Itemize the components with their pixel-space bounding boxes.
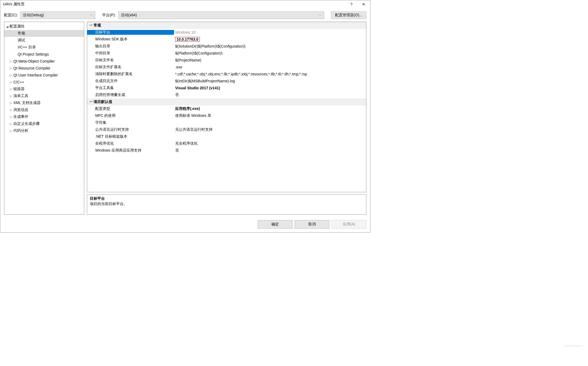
- expand-icon[interactable]: ▷: [9, 122, 13, 126]
- expand-icon[interactable]: ▷: [9, 129, 13, 133]
- tree-item[interactable]: ▷代码分析: [4, 127, 84, 134]
- expand-icon[interactable]: ▷: [9, 87, 13, 91]
- grid-row-value[interactable]: .exe: [174, 65, 366, 69]
- expand-icon[interactable]: ▷: [9, 60, 13, 63]
- grid-row[interactable]: 目标平台Windows 10: [87, 29, 366, 36]
- tree-item[interactable]: ▷自定义生成步骤: [4, 120, 84, 127]
- platform-combo[interactable]: 活动(x64) ﹀: [118, 11, 324, 19]
- expand-icon[interactable]: ▷: [9, 67, 13, 70]
- tree-item[interactable]: 调试: [4, 37, 84, 44]
- config-manager-button[interactable]: 配置管理器(O)...: [331, 11, 366, 19]
- grid-row-value[interactable]: $(Platform)\$(Configuration)\: [174, 51, 366, 55]
- grid-row[interactable]: 启用托管增量生成否: [87, 91, 366, 98]
- grid-row[interactable]: 目标文件扩展名.exe: [87, 64, 366, 71]
- help-button[interactable]: ?: [345, 1, 358, 8]
- grid-row[interactable]: MFC 的使用使用标准 Windows 库: [87, 112, 366, 119]
- tree-item[interactable]: 常规: [4, 30, 84, 37]
- expand-icon[interactable]: ▷: [9, 108, 13, 112]
- apply-button[interactable]: 应用(A): [332, 220, 366, 229]
- tree-item-label: C/C++: [13, 80, 24, 84]
- tree-root[interactable]: ◢ 配置属性: [4, 23, 84, 30]
- grid-row-value[interactable]: Windows 10: [174, 30, 366, 34]
- description-heading: 目标平台: [90, 196, 363, 201]
- grid-row-name: 字符集: [87, 120, 174, 125]
- grid-row-value[interactable]: 无全程序优化: [174, 141, 366, 146]
- body: ◢ 配置属性 常规调试VC++ 目录Qt Project Settings▷Qt…: [0, 22, 370, 217]
- grid-row-name: MFC 的使用: [87, 113, 174, 118]
- cancel-button[interactable]: 取消: [295, 220, 329, 229]
- tree-item[interactable]: ▷C/C++: [4, 79, 84, 86]
- grid-row-name: Windows SDK 版本: [87, 37, 174, 42]
- description-text: 项目的当前目标平台。: [90, 202, 363, 206]
- tree-item-label: Qt Meta-Object Compiler: [13, 59, 55, 63]
- grid-section-header[interactable]: ﹀项目默认值: [87, 98, 366, 105]
- tree-item-label: 代码分析: [13, 128, 28, 133]
- tree-item[interactable]: ▷Qt User Interface Compiler: [4, 72, 84, 79]
- grid-row-value[interactable]: *.cdf;*.cache;*.obj;*.obj.enc;*.ilk;*.ip…: [174, 72, 366, 76]
- toolbar: 配置(C): 活动(Debug) ﹀ 平台(P): 活动(x64) ﹀ 配置管理…: [0, 8, 370, 22]
- grid-row[interactable]: Windows 应用商店应用支持否: [87, 147, 366, 154]
- tree-item[interactable]: ▷链接器: [4, 86, 84, 93]
- grid-row-value[interactable]: 应用程序(.exe): [174, 106, 366, 111]
- config-combo-value: 活动(Debug): [23, 13, 44, 18]
- description-panel: 目标平台 项目的当前目标平台。: [87, 194, 366, 215]
- ok-button[interactable]: 确定: [258, 220, 293, 229]
- tree-item-label: Qt Project Settings: [17, 52, 49, 56]
- tree-item[interactable]: ▷浏览信息: [4, 106, 84, 113]
- grid-row-value[interactable]: $(SolutionDir)$(Platform)\$(Configuratio…: [174, 44, 366, 48]
- tree-item[interactable]: Qt Project Settings: [4, 51, 84, 58]
- grid-row-value[interactable]: $(IntDir)$(MSBuildProjectName).log: [174, 79, 366, 83]
- window-title: UAVs 属性页: [3, 2, 345, 7]
- grid-row[interactable]: 中间目录$(Platform)\$(Configuration)\: [87, 50, 366, 57]
- tree-item-label: 调试: [17, 38, 25, 43]
- config-label: 配置(C):: [4, 13, 18, 18]
- config-combo[interactable]: 活动(Debug) ﹀: [20, 11, 95, 19]
- grid-row[interactable]: 公共语言运行时支持无公共语言运行时支持: [87, 126, 366, 133]
- expand-icon[interactable]: ▷: [9, 94, 13, 98]
- tree-item[interactable]: ▷Qt Resource Compiler: [4, 65, 84, 72]
- footer: 确定 取消 应用(A): [0, 217, 370, 232]
- tree-item[interactable]: ▷生成事件: [4, 113, 84, 120]
- grid-row[interactable]: 平台工具集Visual Studio 2017 (v141): [87, 84, 366, 91]
- grid-row-value[interactable]: 否: [174, 148, 366, 153]
- grid-row[interactable]: 配置类型应用程序(.exe): [87, 105, 366, 112]
- tree-item-label: 自定义生成步骤: [13, 121, 40, 126]
- grid-row[interactable]: 清除时要删除的扩展名*.cdf;*.cache;*.obj;*.obj.enc;…: [87, 71, 366, 78]
- expand-icon[interactable]: ▷: [9, 115, 13, 119]
- collapse-icon[interactable]: ◢: [5, 25, 9, 28]
- grid-row[interactable]: 全程序优化无全程序优化: [87, 140, 366, 147]
- grid-section-title: 项目默认值: [94, 99, 112, 104]
- grid-row[interactable]: 字符集: [87, 119, 366, 126]
- tree-item[interactable]: VC++ 目录: [4, 44, 84, 51]
- tree-item[interactable]: ▷清单工具: [4, 93, 84, 99]
- grid-row-value[interactable]: 10.0.17763.0: [174, 37, 366, 42]
- grid-row-value[interactable]: 使用标准 Windows 库: [174, 113, 366, 118]
- expand-icon[interactable]: ▷: [9, 80, 13, 84]
- grid-row-name: 目标平台: [87, 30, 174, 35]
- tree-item[interactable]: ▷Qt Meta-Object Compiler: [4, 58, 84, 65]
- grid-row[interactable]: Windows SDK 版本10.0.17763.0: [87, 36, 366, 43]
- tree-item[interactable]: ▷XML 文档生成器: [4, 99, 84, 106]
- close-button[interactable]: ✕: [358, 1, 370, 8]
- grid-row-name: 公共语言运行时支持: [87, 127, 174, 132]
- grid-row-value[interactable]: 无公共语言运行时支持: [174, 127, 366, 132]
- tree[interactable]: ◢ 配置属性 常规调试VC++ 目录Qt Project Settings▷Qt…: [4, 22, 84, 215]
- grid-row-name: Windows 应用商店应用支持: [87, 148, 174, 153]
- expand-icon[interactable]: ▷: [9, 101, 13, 105]
- grid-row[interactable]: 输出目录$(SolutionDir)$(Platform)\$(Configur…: [87, 43, 366, 50]
- grid-row-value[interactable]: $(ProjectName): [174, 58, 366, 62]
- grid-row[interactable]: 目标文件名$(ProjectName): [87, 57, 366, 64]
- grid-row-value[interactable]: Visual Studio 2017 (v141): [174, 86, 366, 90]
- grid-row-value[interactable]: 否: [174, 93, 366, 97]
- grid-row-name: 清除时要删除的扩展名: [87, 72, 174, 76]
- grid-section-header[interactable]: ﹀常规: [87, 22, 366, 29]
- chevron-down-icon: ﹀: [89, 23, 94, 28]
- grid-row-name: 输出目录: [87, 44, 174, 49]
- expand-icon[interactable]: ▷: [9, 74, 13, 77]
- tree-item-label: Qt Resource Compiler: [13, 66, 51, 70]
- grid-row-name: 生成日志文件: [87, 79, 174, 83]
- grid-row[interactable]: 生成日志文件$(IntDir)$(MSBuildProjectName).log: [87, 78, 366, 84]
- grid-row[interactable]: .NET 目标框架版本: [87, 133, 366, 140]
- platform-combo-value: 活动(x64): [121, 13, 137, 18]
- property-grid[interactable]: ﹀常规目标平台Windows 10Windows SDK 版本10.0.1776…: [87, 22, 366, 192]
